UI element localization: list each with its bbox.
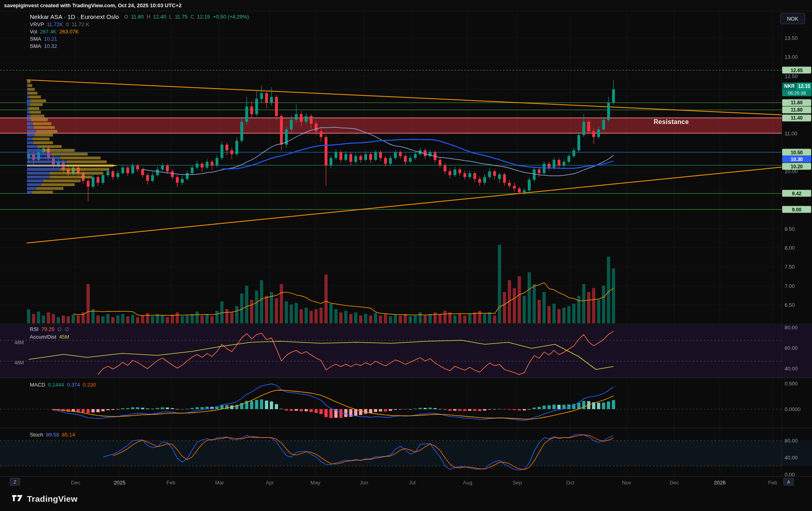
price-scale[interactable] [782,11,812,476]
rsi-label: RSI [30,326,39,332]
close-value: 12.15 [197,14,210,20]
vrvp-label: VRVP [30,21,44,27]
time-scale[interactable] [0,476,782,489]
accdist-value: 45M [59,334,69,340]
indicator-legend-rsi[interactable]: RSI 79.25 ∅ ∅ [30,326,69,332]
vrvp-value-2: 0 [66,21,69,27]
sma1-value: 10.21 [44,36,57,42]
sma2-value: 10.32 [44,43,57,49]
open-label: O [124,14,128,20]
volume-ma-value: 263.07K [59,29,79,35]
rsi-value: 79.25 [42,326,55,332]
close-label: C [190,14,194,20]
stoch-label: Stoch [30,432,43,438]
macd-label: MACD [30,382,45,388]
indicator-legend-vrvp[interactable]: VRVP 11.72K 0 11.72 K [30,21,249,27]
stoch-d-value: 85.14 [62,432,75,438]
vrvp-value-1: 11.72K [47,21,63,27]
symbol-title: Nekkar ASA · 1D · Euronext Oslo [30,13,119,20]
stoch-k-value: 89.58 [46,432,59,438]
low-value: 11.75 [175,14,188,20]
sma1-label: SMA [30,36,41,42]
indicator-legend-sma2[interactable]: SMA 10.32 [30,43,249,49]
change-value: +0.50 (+4.29%) [213,14,249,20]
chart-legend: Nekkar ASA · 1D · Euronext Oslo O11.80 H… [30,13,249,49]
watermark-bar: savepiginvest created with TradingView.c… [0,0,812,11]
indicator-legend-stoch[interactable]: Stoch 89.58 85.14 [30,432,75,438]
macd-hist-value: 0.1444 [48,382,64,388]
auto-scale-button[interactable]: A [783,478,794,486]
sma2-label: SMA [30,43,41,49]
rsi-empty-2: ∅ [65,326,69,332]
indicator-legend-sma1[interactable]: SMA 10.21 [30,36,249,42]
open-value: 11.80 [131,14,144,20]
symbol-title-row[interactable]: Nekkar ASA · 1D · Euronext Oslo O11.80 H… [30,13,249,20]
macd-line-value: 0.374 [67,382,80,388]
indicator-legend-volume[interactable]: Vol 267.4K 263.07K [30,29,249,35]
macd-signal-value: 0.230 [83,382,96,388]
watermark-text: savepiginvest created with TradingView.c… [4,2,181,8]
high-label: H [147,14,150,20]
indicator-legend-macd[interactable]: MACD 0.1444 0.374 0.230 [30,382,96,388]
volume-value: 267.4K [40,29,56,35]
volume-label: Vol [30,29,37,35]
resistance-annotation[interactable]: Resistance [654,118,689,126]
main-chart-canvas[interactable] [0,0,812,511]
accdist-label: Accum/Dist [30,334,56,340]
high-value: 12.40 [153,14,166,20]
rsi-empty-1: ∅ [57,326,62,332]
low-label: L [169,14,172,20]
indicator-legend-accdist[interactable]: Accum/Dist 45M [30,334,69,340]
vrvp-value-3: 11.72 K [72,21,89,27]
